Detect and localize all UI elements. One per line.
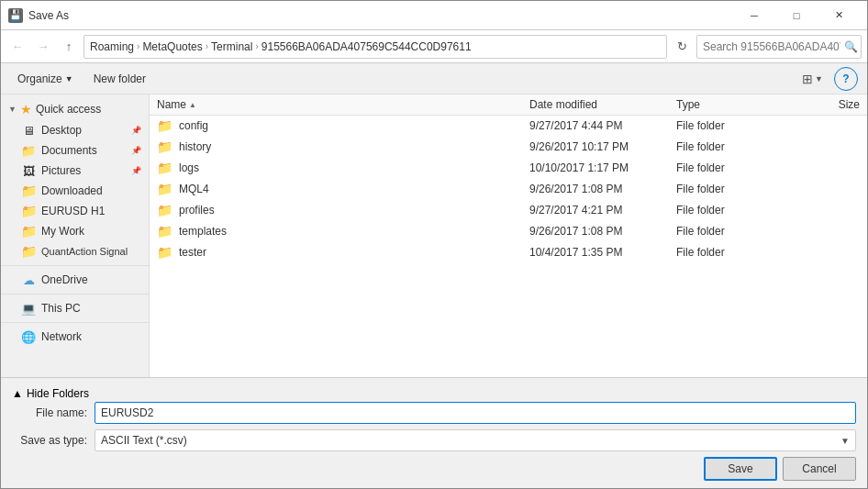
column-date[interactable]: Date modified (529, 98, 676, 111)
hide-folders-label: Hide Folders (27, 387, 89, 400)
onedrive-icon: ☁ (21, 272, 36, 287)
search-input[interactable] (703, 40, 840, 53)
file-date: 9/27/2017 4:44 PM (529, 119, 676, 132)
table-row[interactable]: 📁 logs 10/10/2017 1:17 PM File folder (150, 158, 867, 179)
filename-input[interactable] (95, 402, 856, 424)
file-rows-container: 📁 config 9/27/2017 4:44 PM File folder 📁… (150, 116, 867, 263)
sidebar-section-quick-access[interactable]: ▼ ★ Quick access (1, 98, 149, 120)
help-button[interactable]: ? (834, 67, 858, 91)
up-button[interactable]: ↑ (58, 36, 80, 58)
sidebar-item-eurusd-h1[interactable]: 📁 EURUSD H1 (1, 201, 149, 221)
table-row[interactable]: 📁 MQL4 9/26/2017 1:08 PM File folder (150, 179, 867, 200)
file-name: logs (175, 161, 529, 174)
sidebar-item-label: EURUSD H1 (41, 205, 105, 217)
sidebar-item-quantaction[interactable]: 📁 QuantAction Signal (1, 241, 149, 261)
network-icon: 🌐 (21, 329, 36, 344)
file-type: File folder (676, 204, 786, 217)
divider (1, 265, 149, 266)
sidebar-item-label: OneDrive (41, 273, 88, 286)
divider (1, 294, 149, 295)
breadcrumb-sep: › (206, 41, 208, 51)
file-date: 9/26/2017 1:08 PM (529, 183, 676, 195)
sidebar-item-network[interactable]: 🌐 Network (1, 327, 149, 347)
table-row[interactable]: 📁 profiles 9/27/2017 4:21 PM File folder (150, 200, 867, 221)
chevron-down-icon: ▼ (815, 74, 823, 83)
maximize-button[interactable]: □ (775, 1, 818, 30)
folder-icon: 📁 (157, 118, 175, 133)
folder-icon: 📁 (157, 139, 175, 154)
file-date: 9/27/2017 4:21 PM (529, 204, 676, 217)
filetype-value: ASCII Text (*.csv) (101, 434, 840, 447)
folder-icon: 📁 (157, 224, 175, 239)
window-icon: 💾 (8, 8, 23, 23)
file-type: File folder (676, 246, 786, 259)
file-type: File folder (676, 161, 786, 174)
file-type: File folder (676, 225, 786, 238)
window-title: Save As (28, 9, 733, 22)
folder-icon: 📁 (21, 224, 36, 239)
save-button[interactable]: Save (704, 457, 777, 481)
filetype-label: Save as type: (12, 434, 95, 447)
chevron-icon: ▼ (8, 105, 17, 114)
column-name[interactable]: Name ▲ (157, 98, 529, 111)
sidebar-item-pictures[interactable]: 🖼 Pictures 📌 (1, 161, 149, 181)
sidebar-item-onedrive[interactable]: ☁ OneDrive (1, 270, 149, 290)
column-type[interactable]: Type (676, 98, 786, 111)
table-row[interactable]: 📁 history 9/26/2017 10:17 PM File folder (150, 137, 867, 158)
file-name: profiles (175, 204, 529, 217)
hide-folders-toggle[interactable]: ▲ Hide Folders (12, 385, 89, 402)
file-date: 10/4/2017 1:35 PM (529, 246, 676, 259)
content-area: ▼ ★ Quick access 🖥 Desktop 📌 📁 Documents… (1, 94, 867, 377)
toolbar: Organize ▼ New folder ⊞ ▼ ? (1, 63, 867, 94)
forward-button[interactable]: → (32, 36, 54, 58)
documents-icon: 📁 (21, 143, 36, 158)
sidebar-item-thispc[interactable]: 💻 This PC (1, 298, 149, 318)
search-box[interactable]: 🔍 (696, 35, 862, 59)
breadcrumb-part: Terminal (211, 40, 252, 53)
file-name: MQL4 (175, 183, 529, 195)
column-size[interactable]: Size (786, 98, 860, 111)
file-date: 9/26/2017 1:08 PM (529, 225, 676, 238)
table-row[interactable]: 📁 config 9/27/2017 4:44 PM File folder (150, 116, 867, 137)
breadcrumb[interactable]: Roaming › MetaQuotes › Terminal › 915566… (83, 35, 667, 59)
pin-icon: 📌 (131, 126, 141, 135)
folder-icon: 📁 (157, 182, 175, 196)
folder-icon: 📁 (21, 204, 36, 218)
sidebar-item-documents[interactable]: 📁 Documents 📌 (1, 140, 149, 161)
sidebar-item-label: Desktop (41, 124, 82, 137)
refresh-button[interactable]: ↻ (671, 36, 693, 58)
sidebar-label: Quick access (36, 103, 101, 116)
cancel-button[interactable]: Cancel (783, 457, 856, 481)
divider (1, 322, 149, 323)
breadcrumb-sep: › (137, 41, 139, 51)
save-as-dialog: 💾 Save As ─ □ ✕ ← → ↑ Roaming › MetaQuot… (0, 0, 868, 489)
sidebar-item-downloaded[interactable]: 📁 Downloaded (1, 181, 149, 201)
sidebar-item-label: Pictures (41, 164, 81, 177)
search-icon: 🔍 (844, 40, 858, 53)
file-date: 9/26/2017 10:17 PM (529, 140, 676, 153)
filetype-row: Save as type: ASCII Text (*.csv) ▼ (12, 429, 856, 451)
bottom-area: ▲ Hide Folders File name: Save as type: … (1, 377, 867, 488)
folder-icon: 📁 (21, 183, 36, 198)
breadcrumb-part: 915566BA06ADA407569C544CC0D97611 (262, 40, 472, 53)
view-button[interactable]: ⊞ ▼ (796, 67, 829, 91)
file-name: templates (175, 225, 529, 238)
toolbar-right: ⊞ ▼ ? (796, 67, 858, 91)
table-row[interactable]: 📁 templates 9/26/2017 1:08 PM File folde… (150, 221, 867, 242)
filetype-select[interactable]: ASCII Text (*.csv) ▼ (95, 429, 856, 451)
form-buttons: Save Cancel (12, 457, 856, 481)
folder-icon: 📁 (21, 244, 36, 259)
organize-button[interactable]: Organize ▼ (10, 67, 81, 91)
minimize-button[interactable]: ─ (733, 1, 775, 30)
new-folder-button[interactable]: New folder (86, 67, 153, 91)
file-name: history (175, 140, 529, 153)
desktop-icon: 🖥 (21, 123, 36, 138)
back-button[interactable]: ← (6, 36, 28, 58)
file-name: config (175, 119, 529, 132)
sidebar-item-desktop[interactable]: 🖥 Desktop 📌 (1, 120, 149, 140)
table-row[interactable]: 📁 tester 10/4/2017 1:35 PM File folder (150, 242, 867, 263)
file-date: 10/10/2017 1:17 PM (529, 161, 676, 174)
close-button[interactable]: ✕ (818, 1, 860, 30)
sidebar-item-my-work[interactable]: 📁 My Work (1, 221, 149, 241)
breadcrumb-part: Roaming (90, 40, 134, 53)
